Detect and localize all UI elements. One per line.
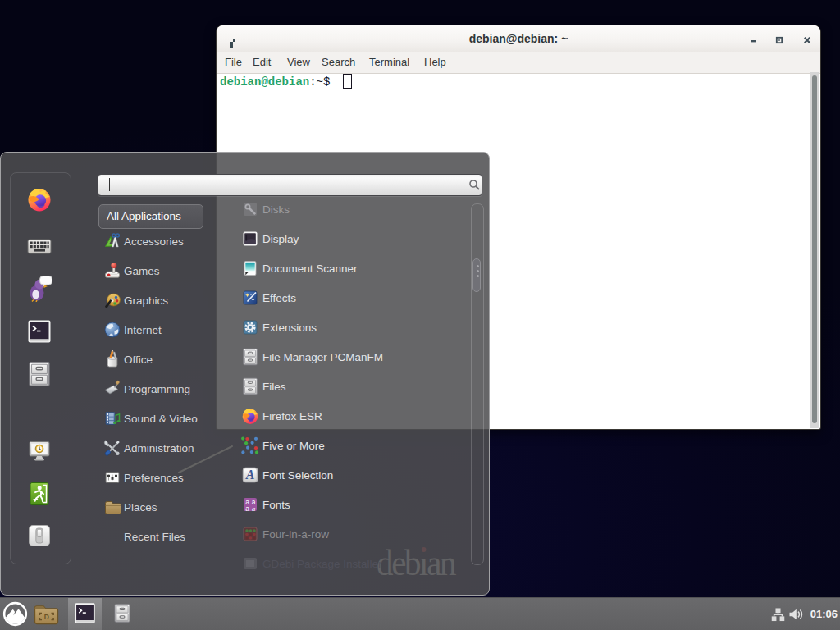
svg-text:A: A: [245, 468, 255, 482]
svg-text:a: a: [252, 504, 255, 513]
svg-text:a: a: [245, 504, 249, 513]
svg-text:D: D: [44, 613, 49, 621]
